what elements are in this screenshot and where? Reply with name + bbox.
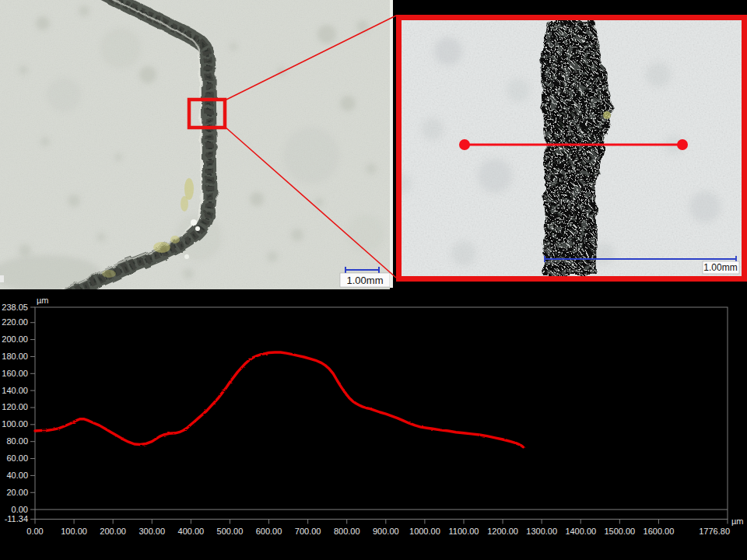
chart-background bbox=[0, 294, 747, 560]
overview-micrograph-image: 1.00mm bbox=[0, 0, 390, 289]
zoom-micrograph-panel[interactable]: 1.00mm bbox=[396, 15, 747, 282]
profile-chart: µm µm 0.0020.0040.0060.0080.00100.00120.… bbox=[0, 294, 747, 560]
profile-chart-panel[interactable]: µm µm 0.0020.0040.0060.0080.00100.00120.… bbox=[0, 294, 747, 560]
measurement-app-window: 1.00mm bbox=[0, 0, 747, 560]
x-axis-unit: µm bbox=[731, 516, 744, 526]
y-tick-label: 140.00 bbox=[2, 386, 28, 395]
x-tick-label: 1000.00 bbox=[409, 527, 440, 536]
measurement-endpoint-left[interactable] bbox=[459, 139, 470, 150]
x-tick-label: 0.00 bbox=[26, 527, 43, 536]
x-tick-label: 200.00 bbox=[100, 527, 126, 536]
left-scale-label: 1.00mm bbox=[347, 275, 384, 286]
y-axis-unit: µm bbox=[37, 296, 49, 305]
y-tick-label: 200.00 bbox=[2, 334, 28, 344]
x-tick-label: 1300.00 bbox=[526, 527, 557, 536]
y-tick-label: -11.34 bbox=[5, 514, 28, 523]
y-tick-label: 60.00 bbox=[6, 453, 28, 463]
y-tick-label: 180.00 bbox=[2, 352, 28, 361]
y-tick-label: 160.00 bbox=[2, 369, 28, 378]
y-tick-label: 238.05 bbox=[2, 303, 28, 312]
measurement-endpoint-right[interactable] bbox=[677, 139, 688, 150]
x-tick-label: 900.00 bbox=[373, 527, 399, 536]
residue-spot bbox=[603, 111, 611, 119]
zoom-micrograph-image: 1.00mm bbox=[402, 20, 742, 276]
overview-micrograph-panel[interactable]: 1.00mm bbox=[0, 0, 390, 289]
panel-divider bbox=[390, 0, 393, 288]
x-tick-label: 500.00 bbox=[217, 527, 244, 536]
y-tick-label: 80.00 bbox=[6, 436, 28, 446]
x-tick-label: 1600.00 bbox=[644, 527, 675, 536]
y-tick-label: 20.00 bbox=[6, 488, 28, 497]
x-tick-label: 1200.00 bbox=[487, 527, 518, 536]
y-tick-label: 0.00 bbox=[12, 505, 28, 514]
x-tick-label: 600.00 bbox=[256, 527, 282, 536]
y-tick-label: 120.00 bbox=[2, 402, 28, 411]
x-tick-label: 1400.00 bbox=[565, 527, 596, 536]
y-tick-label: 100.00 bbox=[2, 419, 28, 429]
right-scale-label: 1.00mm bbox=[703, 262, 737, 273]
y-tick-label: 40.00 bbox=[6, 471, 28, 480]
x-tick-label: 700.00 bbox=[295, 527, 321, 536]
edge-artifact bbox=[0, 275, 4, 282]
x-tick-label: 400.00 bbox=[178, 527, 205, 536]
x-tick-label: 300.00 bbox=[139, 527, 165, 536]
x-tick-label: 800.00 bbox=[334, 527, 360, 536]
y-tick-label: 220.00 bbox=[2, 317, 28, 327]
x-tick-label: 100.00 bbox=[61, 527, 87, 536]
x-tick-label: 1100.00 bbox=[449, 527, 479, 536]
x-end-label: 1776.80 bbox=[699, 527, 730, 536]
x-tick-label: 1500.00 bbox=[604, 527, 635, 536]
